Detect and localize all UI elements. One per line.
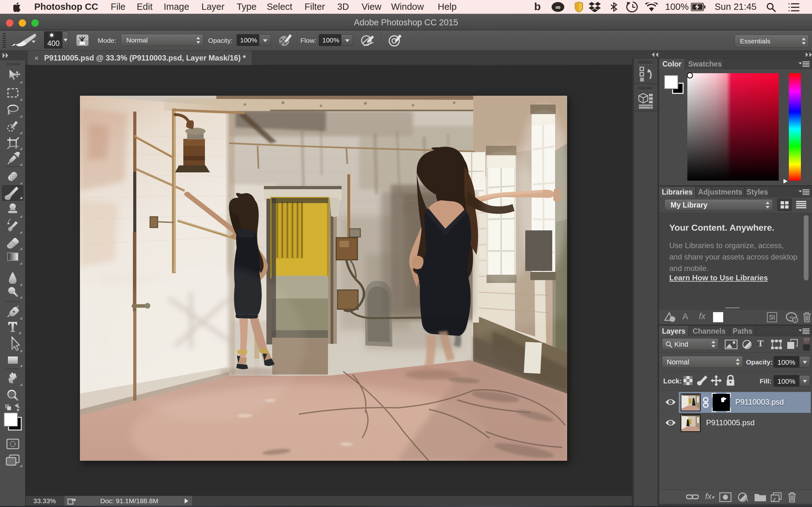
svg-text:▾: ▾ <box>747 498 748 502</box>
svg-text:!: ! <box>795 318 796 323</box>
svg-text:∞: ∞ <box>555 3 560 11</box>
